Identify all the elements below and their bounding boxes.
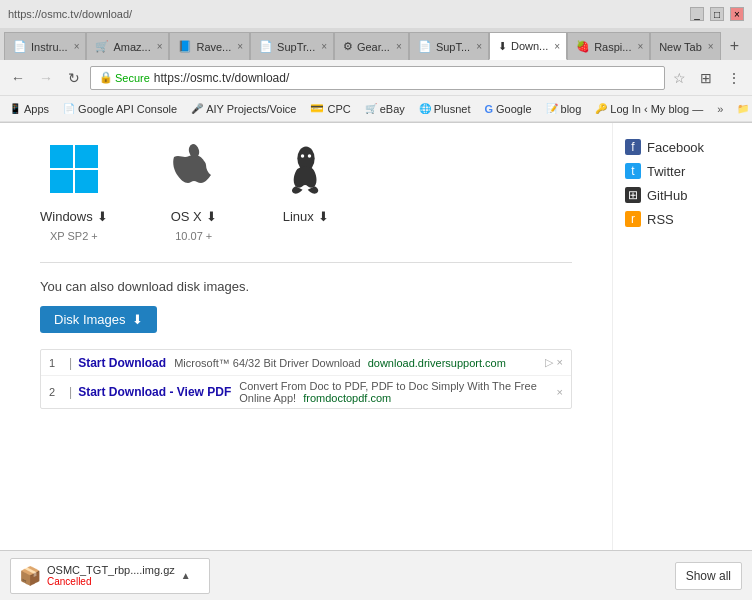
download-item: 📦 OSMC_TGT_rbp....img.gz Cancelled ▲ [10, 558, 210, 594]
windows-download-icon[interactable]: ⬇ [97, 209, 108, 224]
bookmark-aiy[interactable]: 🎤AIY Projects/Voice [188, 102, 299, 116]
bookmark-star-button[interactable]: ☆ [669, 70, 690, 86]
svg-rect-2 [50, 170, 73, 193]
tab-instruc[interactable]: 📄Instru...× [4, 32, 86, 60]
bookmark-google[interactable]: GGoogle [481, 102, 534, 116]
rss-label: RSS [647, 212, 674, 227]
refresh-button[interactable]: ↻ [62, 66, 86, 90]
window-controls[interactable]: _ □ × [690, 7, 744, 21]
address-bar[interactable]: 🔒 Secure https://osmc.tv/download/ [90, 66, 665, 90]
os-icons-section: Windows ⬇ XP SP2 + OS X ⬇ 10.07 + [40, 143, 572, 242]
download-file-icon: 📦 [19, 565, 41, 587]
twitter-icon: t [625, 163, 641, 179]
tab-newtab[interactable]: New Tab× [650, 32, 721, 60]
tab-download[interactable]: ⬇Down...× [489, 32, 567, 60]
social-rss[interactable]: r RSS [625, 207, 740, 231]
svg-point-7 [307, 154, 310, 157]
tab-gear[interactable]: ⚙Gear...× [334, 32, 409, 60]
svg-point-6 [301, 154, 304, 157]
ad-2-icons: × [557, 386, 563, 398]
github-icon: ⊞ [625, 187, 641, 203]
osx-download-icon[interactable]: ⬇ [206, 209, 217, 224]
ad-2-close-icon[interactable]: × [557, 386, 563, 398]
download-filename: OSMC_TGT_rbp....img.gz [47, 564, 175, 576]
ad-1-body: Microsoft™ 64/32 Bit Driver Download dow… [174, 357, 544, 369]
tab-amazon[interactable]: 🛒Amaz...× [86, 32, 169, 60]
menu-button[interactable]: ⋮ [722, 66, 746, 90]
ad-1-num: 1 [49, 357, 65, 369]
ad-2-title[interactable]: Start Download - View PDF [78, 385, 231, 399]
minimize-button[interactable]: _ [690, 7, 704, 21]
tab-raven[interactable]: 📘Rave...× [169, 32, 250, 60]
github-label: GitHub [647, 188, 687, 203]
social-twitter[interactable]: t Twitter [625, 159, 740, 183]
ad-1-icons: ▷ × [545, 356, 563, 369]
social-facebook[interactable]: f Facebook [625, 135, 740, 159]
extensions-button[interactable]: ⊞ [694, 66, 718, 90]
download-chevron-icon[interactable]: ▲ [181, 570, 191, 581]
disk-images-button[interactable]: Disk Images ⬇ [40, 306, 157, 333]
bookmark-gapi[interactable]: 📄Google API Console [60, 102, 180, 116]
svg-rect-0 [50, 145, 73, 168]
ad-row-1: 1 | Start Download Microsoft™ 64/32 Bit … [41, 350, 571, 376]
bookmark-apps[interactable]: 📱Apps [6, 102, 52, 116]
ad-2-domain: fromdoctopdf.com [303, 392, 391, 404]
osx-sublabel: 10.07 + [175, 230, 212, 242]
ad-row-2: 2 | Start Download - View PDF Convert Fr… [41, 376, 571, 408]
windows-icon [48, 143, 100, 203]
linux-icon [280, 143, 332, 203]
bookmark-cpc[interactable]: 💳CPC [307, 101, 353, 116]
svg-rect-3 [75, 170, 98, 193]
disk-images-label: Disk Images [54, 312, 126, 327]
osx-os-item: OS X ⬇ 10.07 + [168, 143, 220, 242]
linux-label: Linux ⬇ [283, 209, 329, 224]
tab-suptr1[interactable]: 📄SupTr...× [250, 32, 334, 60]
bookmark-login[interactable]: 🔑Log In ‹ My blog — [592, 102, 706, 116]
forward-button[interactable]: → [34, 66, 58, 90]
apple-icon [168, 143, 220, 203]
ad-1-close-icon[interactable]: × [557, 356, 563, 369]
windows-label: Windows ⬇ [40, 209, 108, 224]
windows-sublabel: XP SP2 + [50, 230, 98, 242]
linux-download-icon[interactable]: ⬇ [318, 209, 329, 224]
title-bar: https://osmc.tv/download/ _ □ × [0, 0, 752, 28]
tab-bar: 📄Instru...× 🛒Amaz...× 📘Rave...× 📄SupTr..… [0, 28, 752, 60]
maximize-button[interactable]: □ [710, 7, 724, 21]
ad-2-body: Convert From Doc to PDF, PDF to Doc Simp… [239, 380, 556, 404]
bookmark-ebay[interactable]: 🛒eBay [362, 102, 408, 116]
tab-supt2[interactable]: 📄SupT...× [409, 32, 489, 60]
nav-bar: ← → ↻ 🔒 Secure https://osmc.tv/download/… [0, 60, 752, 96]
bookmarks-bar: 📱Apps 📄Google API Console 🎤AIY Projects/… [0, 96, 752, 122]
social-github[interactable]: ⊞ GitHub [625, 183, 740, 207]
other-bookmarks[interactable]: 📁Other bookmarks [734, 102, 752, 116]
new-tab-button[interactable]: + [721, 32, 748, 60]
social-sidebar: f Facebook t Twitter ⊞ GitHub r RSS [612, 123, 752, 551]
ad-1-play-icon[interactable]: ▷ [545, 356, 553, 369]
tab-raspi[interactable]: 🍓Raspi...× [567, 32, 650, 60]
linux-os-item: Linux ⬇ [280, 143, 332, 230]
rss-icon: r [625, 211, 641, 227]
section-divider [40, 262, 572, 263]
close-button[interactable]: × [730, 7, 744, 21]
twitter-label: Twitter [647, 164, 685, 179]
download-info: OSMC_TGT_rbp....img.gz Cancelled [47, 564, 175, 587]
windows-os-item: Windows ⬇ XP SP2 + [40, 143, 108, 242]
facebook-label: Facebook [647, 140, 704, 155]
svg-rect-1 [75, 145, 98, 168]
ad-1-title[interactable]: Start Download [78, 356, 166, 370]
page-content: Windows ⬇ XP SP2 + OS X ⬇ 10.07 + [0, 123, 752, 551]
bookmark-plusnet[interactable]: 🌐Plusnet [416, 102, 474, 116]
facebook-icon: f [625, 139, 641, 155]
ad-1-domain: download.driversupport.com [368, 357, 506, 369]
back-button[interactable]: ← [6, 66, 30, 90]
download-status: Cancelled [47, 576, 175, 587]
also-download-text: You can also download disk images. [40, 279, 572, 294]
show-all-button[interactable]: Show all [675, 562, 742, 590]
ad-2-num: 2 [49, 386, 65, 398]
url-text: https://osmc.tv/download/ [154, 71, 289, 85]
secure-badge: 🔒 Secure [99, 71, 150, 84]
bookmark-blog[interactable]: 📝blog [543, 102, 585, 116]
bookmarks-more-button[interactable]: » [714, 102, 726, 116]
ad-banner: 1 | Start Download Microsoft™ 64/32 Bit … [40, 349, 572, 409]
disk-images-icon: ⬇ [132, 312, 143, 327]
